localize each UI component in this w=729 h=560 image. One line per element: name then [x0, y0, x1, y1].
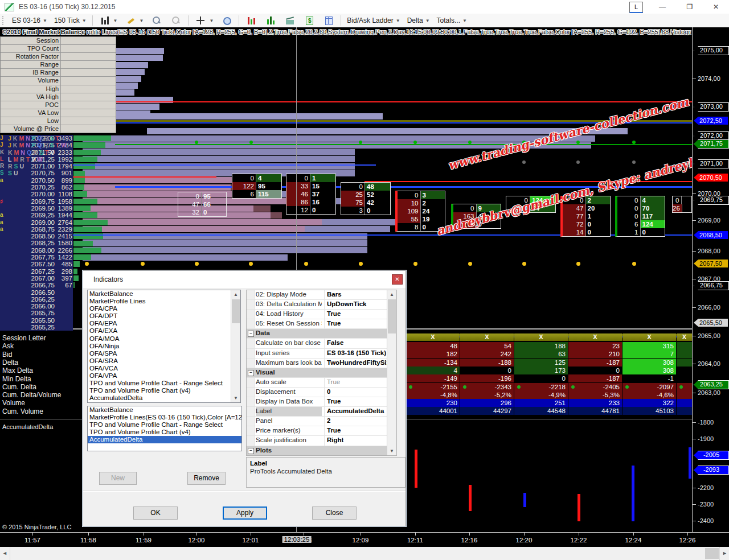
apply-button[interactable]: Apply [223, 507, 267, 520]
collapse-icon[interactable]: − [248, 331, 254, 337]
panel2-indicator-label: AccumulatedDelta [2, 423, 53, 430]
property-category-row[interactable]: −Plots [247, 446, 396, 456]
available-indicator-item[interactable]: AccumulatedDelta [88, 394, 240, 402]
price-axis[interactable]: 2075,002074,002073,002072,502072,002071,… [692, 27, 729, 532]
applied-indicator-item[interactable]: AccumulatedDelta [88, 436, 241, 443]
property-row[interactable]: Calculate on bar closeFalse [247, 339, 396, 348]
dialog-title-bar[interactable]: Indicators ✕ [83, 271, 406, 288]
scroll-up-icon[interactable]: ▲ [387, 290, 396, 299]
property-grid[interactable]: 02: Display ModeBars03: Delta Calculatio… [246, 290, 397, 456]
property-row[interactable]: LabelAccumulatedDelta [247, 407, 396, 417]
available-indicator-item[interactable]: OFA/EPA [88, 320, 240, 327]
toolbar-grip[interactable] [2, 16, 6, 25]
scroll-up-icon[interactable]: ▲ [231, 290, 240, 299]
zoom-out-button[interactable] [166, 15, 186, 26]
available-indicator-item[interactable]: MarketBalance [88, 290, 240, 298]
available-indicator-item[interactable]: TPO and Volume Profile Chart (v4) [88, 387, 240, 394]
propgrid-scrollbar[interactable]: ▲▼ [387, 290, 396, 455]
dialog-close-icon[interactable]: ✕ [392, 274, 403, 285]
available-indicator-item[interactable]: OFA/SPA [88, 350, 240, 357]
chart-style-dropdown[interactable]: ▼ [95, 15, 121, 26]
property-row[interactable]: Maximum bars look baTwoHundredFiftySix [247, 359, 396, 368]
applied-indicator-item[interactable]: MarketProfile Lines(ES 03-16 (150 Tick),… [88, 414, 241, 421]
collapse-icon[interactable]: − [248, 448, 254, 454]
cluster-bid-cell: 10 [398, 199, 420, 207]
available-indicator-item[interactable]: OFA/MOA [88, 335, 240, 343]
property-category-row[interactable]: −Visual [247, 368, 396, 378]
property-row[interactable]: 03: Delta Calculation MUpDownTick [247, 300, 396, 310]
maximize-button[interactable]: ❐ [681, 1, 698, 13]
cluster-bid-cell: 0 [398, 191, 420, 199]
property-row[interactable]: 02: Display ModeBars [247, 290, 396, 300]
time-axis[interactable]: 11:5711:5811:5912:0012:0112:0312:0912:11… [0, 532, 729, 547]
scrollbar-thumb[interactable] [388, 299, 396, 333]
available-indicator-item[interactable]: TPO and Volume Profile Chart - Range Sel… [88, 380, 240, 387]
indicator-name: ©2010 Final Market Balance [2, 28, 85, 35]
grid-button[interactable] [319, 15, 338, 26]
property-row[interactable]: 04: Load HistoryTrue [247, 310, 396, 319]
property-row[interactable]: Auto scaleTrue [247, 378, 396, 388]
available-indicator-item[interactable]: OFA/Ninja [88, 343, 240, 350]
data-box-button[interactable] [217, 15, 236, 26]
interval-dropdown[interactable]: 150 Tick▼ [51, 15, 90, 26]
scroll-right-arrow-icon[interactable]: ► [719, 547, 729, 560]
applied-indicator-item[interactable]: MarketBalance [88, 406, 241, 414]
scrollbar-thumb[interactable] [232, 299, 240, 323]
tpo-letters: RSU [8, 163, 26, 170]
row-gutter [247, 339, 255, 348]
scroll-down-icon[interactable]: ▼ [231, 394, 240, 402]
available-indicator-item[interactable]: OFA/DPT [88, 312, 240, 320]
bidask-cell [677, 342, 692, 350]
session-header-cell: X [460, 333, 514, 341]
property-row[interactable]: 05: Reset On Session STrue [247, 319, 396, 329]
indicator-red-green-button[interactable] [241, 15, 261, 26]
minimize-button[interactable]: — [654, 1, 671, 13]
available-indicator-item[interactable]: OFA/CPA [88, 305, 240, 312]
volume-profile-bar [115, 48, 164, 54]
draw-tool-dropdown[interactable]: ▼ [121, 15, 148, 26]
close-button[interactable]: ✕ [707, 1, 724, 13]
link-button[interactable]: L [629, 2, 643, 13]
new-button[interactable]: New [99, 472, 137, 485]
scroll-left-arrow-icon[interactable]: ◄ [0, 547, 10, 560]
bidask-ladder-dropdown[interactable]: Bid/Ask Ladder▼ [343, 15, 403, 26]
property-row[interactable]: Price marker(s)True [247, 426, 396, 436]
scrollbar-thumb[interactable] [705, 548, 719, 559]
ladder-volume: 298 [55, 268, 72, 275]
chart-line-button[interactable] [280, 15, 300, 26]
close-dialog-button[interactable]: Close [312, 507, 357, 520]
available-indicator-item[interactable]: OFA/VPA [88, 372, 240, 380]
remove-button[interactable]: Remove [187, 472, 226, 485]
indicator-volume-button[interactable] [261, 15, 280, 26]
property-row[interactable]: Display in Data BoxTrue [247, 397, 396, 407]
list-scrollbar[interactable]: ▲▼ [231, 290, 240, 402]
applied-indicator-item[interactable]: TPO and Volume Profile Chart (v4) [88, 429, 241, 436]
zoom-in-button[interactable] [147, 15, 166, 26]
property-row[interactable]: Input seriesES 03-16 (150 Tick) [247, 349, 396, 359]
available-indicator-item[interactable]: MarketProfile Lines [88, 298, 240, 305]
totals-dropdown[interactable]: Totals...▼ [433, 15, 470, 26]
horizontal-scrollbar[interactable]: ◄ ► [0, 547, 729, 560]
available-indicator-item[interactable]: OFA/SRA [88, 357, 240, 365]
dollar-button[interactable]: $ [300, 15, 319, 26]
applied-indicator-item[interactable]: TPO and Volume Profile Chart - Range Sel… [88, 421, 241, 429]
tpo-letter: S [14, 163, 20, 170]
available-indicator-item[interactable]: OFA/EXA [88, 327, 240, 335]
property-row[interactable]: Panel2 [247, 417, 396, 426]
crosshair-dropdown[interactable]: ▼ [191, 15, 217, 26]
property-row[interactable]: Scale justificationRight [247, 436, 396, 446]
orderflow-cluster-box: 0954766320 [178, 192, 227, 217]
delta-dropdown[interactable]: Delta▼ [404, 15, 433, 26]
property-category-row[interactable]: −Data [247, 329, 396, 339]
scroll-down-icon[interactable]: ▼ [387, 447, 396, 455]
applied-indicators-list[interactable]: MarketBalanceMarketProfile Lines(ES 03-1… [87, 406, 242, 451]
dollar-icon: $ [305, 16, 314, 25]
window-title: ES 03-16 (150 Tick) 30.12.2015 [19, 3, 115, 11]
ok-button[interactable]: OK [133, 507, 178, 520]
available-indicators-list[interactable]: MarketBalanceMarketProfile LinesOFA/CPAO… [87, 290, 241, 403]
available-indicator-item[interactable]: OFA/VCA [88, 365, 240, 372]
instrument-dropdown[interactable]: ES 03-16▼ [9, 15, 51, 26]
property-row[interactable]: Displacement0 [247, 388, 396, 397]
orderflow-cluster-box: 026 [672, 196, 692, 213]
collapse-icon[interactable]: − [248, 370, 254, 376]
